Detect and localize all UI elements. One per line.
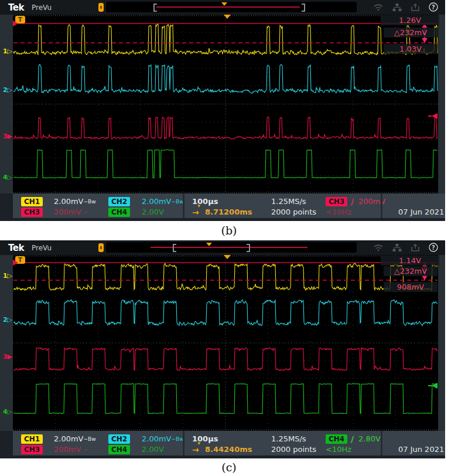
waveform-canvas	[0, 255, 445, 431]
cursor-readout-low: 908mV	[384, 282, 438, 292]
trigger-time-arrow-icon: →	[192, 445, 199, 454]
channel-marker-1[interactable]: 1▷	[0, 273, 12, 279]
ch2-badge[interactable]: CH2	[108, 434, 130, 444]
trigger-position-pointer	[206, 243, 212, 246]
divider	[183, 193, 184, 218]
wifi-icon[interactable]	[374, 4, 383, 11]
ch4-scale: 2.00V	[142, 445, 164, 454]
ch1-badge[interactable]: CH1	[21, 197, 43, 206]
trigger-source-badge[interactable]: CH4	[326, 434, 347, 444]
trigger-level-flag: T	[15, 16, 25, 23]
sample-rate-readout: 1.25MS/s	[271, 197, 306, 206]
ch1-scale: 2.00mV	[54, 197, 84, 206]
trigger-source-badge[interactable]: CH3	[326, 197, 347, 206]
figure-label-b: (b)	[0, 224, 458, 237]
trigger-frequency-readout: <10Hz	[326, 445, 351, 454]
acquisition-mode-label: PreVu	[32, 4, 52, 12]
cursor-readout-high: 1.26V	[381, 15, 439, 25]
help-icon[interactable]: ?	[429, 2, 438, 12]
figure-label-c: (c)	[0, 461, 458, 474]
ch4-scale: 2.00V	[142, 208, 164, 216]
ch4-badge[interactable]: CH4	[108, 208, 130, 217]
save-export-icon[interactable]	[411, 244, 419, 251]
ch2-coupling-icon: ∼Bw	[172, 199, 184, 205]
trigger-position-bar[interactable]	[106, 2, 357, 12]
trigger-time-arrow-icon: →	[192, 208, 199, 217]
cursor-readout-high: 1.14V	[381, 256, 439, 266]
save-export-icon[interactable]	[411, 4, 419, 11]
record-length-readout: 2000 points	[271, 445, 316, 454]
top-bar: Tek PreVu ?	[0, 240, 445, 255]
svg-text:?: ?	[432, 244, 435, 251]
ch2-badge[interactable]: CH2	[108, 197, 130, 206]
sample-rate-readout: 1.25MS/s	[271, 434, 306, 443]
date-readout: 07 Jun 2021	[398, 208, 444, 216]
trigger-slope-icon: /	[351, 434, 354, 444]
waveform-display[interactable]: T 1.14V △232mV 908mV 1▷2▷3▶4▷	[0, 255, 445, 431]
wifi-icon[interactable]	[374, 244, 383, 251]
svg-text:?: ?	[432, 4, 435, 11]
waveform-display[interactable]: T 1.26V △232mV 1.03V 1▷2▷3▶4▷	[0, 15, 445, 193]
trigger-time-readout: 8.44240ms	[205, 445, 252, 454]
trigger-slope-icon: /	[351, 197, 354, 206]
ch1-coupling-icon: ∼Bw	[84, 436, 96, 442]
channel-marker-4[interactable]: 4▷	[0, 409, 12, 415]
cursor-readout-delta: △232mV	[384, 28, 438, 38]
bezel-strip	[0, 455, 445, 458]
figure-page: Tek PreVu ? T 1.26V △232mV 1.03V	[0, 0, 458, 476]
oscilloscope-screenshot-b: Tek PreVu ? T 1.26V △232mV 1.03V	[0, 0, 445, 221]
divider	[381, 431, 382, 455]
ch3-badge[interactable]: CH3	[21, 445, 43, 454]
trigger-frequency-readout: <10Hz	[326, 208, 351, 216]
ch2-scale: 2.00mV	[142, 434, 172, 443]
ch1-badge[interactable]: CH1	[21, 434, 43, 444]
date-readout: 07 Jun 2021	[398, 445, 444, 454]
waveform-canvas	[0, 15, 445, 193]
divider	[381, 193, 382, 218]
ch2-coupling-icon: ∼Bw	[172, 436, 184, 442]
ch4-badge[interactable]: CH4	[108, 445, 130, 454]
trigger-position-marker	[224, 255, 231, 259]
zoom-bracket-left	[173, 244, 176, 252]
timebase-readout: 100µs	[192, 197, 218, 206]
channel-marker-3[interactable]: 3▶	[0, 133, 12, 140]
cursor-readout-delta: △232mV	[384, 266, 438, 276]
zoom-bracket-left	[153, 4, 157, 12]
channel-marker-1[interactable]: 1▷	[0, 48, 12, 55]
trigger-time-readout: 8.71200ms	[205, 208, 252, 216]
trigger-position-bar[interactable]	[106, 242, 357, 253]
record-length-readout: 2000 points	[271, 208, 316, 216]
ch1-scale: 2.00mV	[54, 434, 84, 443]
ch3-scale: 200mV	[54, 208, 81, 216]
ch3-scale: 200mV	[54, 445, 81, 454]
status-bar: CH1 2.00mV∼Bw CH2 2.00mV∼Bw CH3 200mV ∼ …	[13, 193, 445, 218]
ch3-coupling-icon: ∼	[84, 447, 88, 453]
network-icon[interactable]	[392, 4, 402, 11]
channel-marker-4[interactable]: 4▷	[0, 174, 12, 181]
ch3-coupling-icon: ∼	[84, 209, 88, 215]
channel-marker-3[interactable]: 3▶	[0, 353, 12, 360]
ch1-coupling-icon: ∼Bw	[84, 199, 96, 205]
ch2-scale: 2.00mV	[142, 197, 172, 206]
channel-marker-2[interactable]: 2▷	[0, 317, 12, 323]
status-bar: CH1 2.00mV∼Bw CH2 2.00mV∼Bw CH3 200mV ∼ …	[13, 431, 445, 455]
acquisition-mode-label: PreVu	[32, 244, 52, 252]
trigger-level-readout: 2.80V	[358, 434, 381, 443]
trigger-status-icon	[98, 3, 104, 12]
record-view-line	[156, 6, 300, 8]
divider	[183, 431, 184, 455]
zoom-bracket-right	[302, 4, 305, 12]
bezel-strip	[0, 218, 445, 221]
trigger-status-icon	[98, 243, 104, 252]
channel-marker-2[interactable]: 2▷	[0, 87, 12, 93]
top-bar: Tek PreVu ?	[0, 0, 445, 15]
network-icon[interactable]	[392, 244, 402, 251]
tek-logo: Tek	[8, 2, 24, 13]
cursor-readout-low: 1.03V	[384, 44, 438, 54]
tek-logo: Tek	[8, 243, 24, 253]
help-icon[interactable]: ?	[429, 243, 438, 252]
trigger-position-pointer	[221, 2, 227, 6]
ch3-badge[interactable]: CH3	[21, 208, 43, 217]
oscilloscope-screenshot-c: Tek PreVu ? T 1.14V △232mV 908mV	[0, 240, 445, 458]
trigger-position-marker	[224, 15, 231, 19]
